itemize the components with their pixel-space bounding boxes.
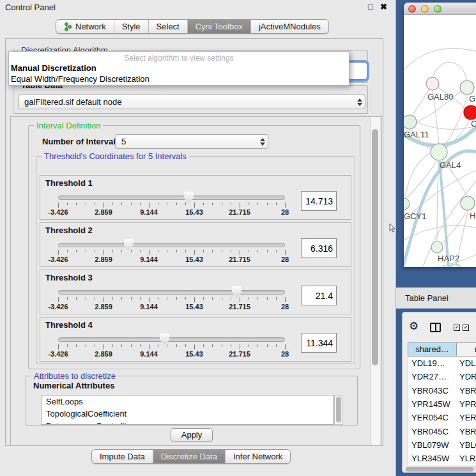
tick-mark xyxy=(76,344,77,347)
split-table-icon[interactable] xyxy=(430,323,441,332)
network-node-red-node[interactable] xyxy=(464,105,476,119)
close-icon[interactable]: ✖ xyxy=(380,2,387,12)
table-row[interactable]: YBR043CYBR0 xyxy=(408,384,476,397)
cell-name[interactable]: YLR3 xyxy=(457,454,476,463)
tick-mark xyxy=(267,297,268,300)
vertical-scrollbar-thumb[interactable] xyxy=(372,129,378,365)
threshold-2-slider-thumb[interactable] xyxy=(124,239,134,250)
column-header-shared-name[interactable]: shared… xyxy=(408,343,457,356)
network-node-G[interactable] xyxy=(460,81,474,95)
cell-name[interactable]: YPR1 xyxy=(457,399,476,409)
tab-jactivemnodules[interactable]: jActiveMNodules xyxy=(250,20,328,33)
tick-mark xyxy=(112,344,113,347)
network-node-H[interactable] xyxy=(461,196,475,210)
table-row[interactable]: YLR345WYLR3 xyxy=(408,452,476,465)
network-node-GAL80[interactable] xyxy=(426,77,439,90)
cell-shared-name[interactable]: YLR345W xyxy=(408,454,457,463)
cell-name[interactable]: YDL1 xyxy=(457,358,476,368)
table-row[interactable]: YDR27…YDR2 xyxy=(408,370,476,383)
threshold-3-slider-track[interactable] xyxy=(58,290,285,295)
tab-select[interactable]: Select xyxy=(148,20,187,33)
tab-infer-network[interactable]: Infer Network xyxy=(225,450,290,463)
list-item[interactable]: BetweennessCentrality xyxy=(42,420,333,425)
threshold-2-value-field[interactable] xyxy=(301,238,337,258)
cell-shared-name[interactable]: YDL19… xyxy=(408,358,457,368)
network-edge[interactable] xyxy=(417,122,476,129)
cell-shared-name[interactable]: YBR045C xyxy=(408,427,457,436)
list-item[interactable]: TopologicalCoefficient xyxy=(42,408,333,420)
float-window-icon[interactable]: □ xyxy=(368,2,373,12)
horizontal-scrollbar[interactable] xyxy=(405,466,476,472)
slider-ticks xyxy=(58,344,285,350)
table-row[interactable]: YBR045CYBR0 xyxy=(408,424,476,438)
network-edge[interactable] xyxy=(433,62,467,81)
network-node-HAP2[interactable] xyxy=(431,242,443,253)
cell-name[interactable]: YER0 xyxy=(457,413,476,422)
tab-impute-data[interactable]: Impute Data xyxy=(92,450,153,463)
tab-style[interactable]: Style xyxy=(114,20,148,33)
threshold-1-slider-track[interactable] xyxy=(58,196,285,200)
tab-discretize-data[interactable]: Discretize Data xyxy=(153,450,225,463)
tick-mark xyxy=(86,203,86,205)
attributes-list-scrollbar-thumb[interactable] xyxy=(336,397,341,422)
cell-name[interactable]: YBR0 xyxy=(457,427,476,436)
tick-mark xyxy=(140,250,141,252)
checkbox-icon[interactable]: ✓ xyxy=(454,325,460,331)
attributes-list-scrollbar[interactable] xyxy=(334,395,343,425)
network-edge[interactable] xyxy=(404,49,476,74)
column-header-name[interactable]: na xyxy=(457,343,476,356)
threshold-2-slider-track[interactable] xyxy=(58,243,285,247)
combo-stepper-icon xyxy=(257,138,268,146)
cell-shared-name[interactable]: YBR043C xyxy=(408,386,457,395)
tick-mark xyxy=(249,250,249,252)
apply-button[interactable]: Apply xyxy=(171,428,213,442)
table-data-combobox[interactable]: galFiltered.sif default node xyxy=(18,95,365,109)
scale-label: -3.426 xyxy=(48,256,68,263)
tick-mark xyxy=(104,250,104,255)
table-row[interactable]: YDL19…YDL1 xyxy=(408,357,476,370)
threshold-1-slider-thumb[interactable] xyxy=(184,192,194,203)
mouse-cursor xyxy=(389,224,397,233)
threshold-3-value-field[interactable] xyxy=(301,286,337,305)
network-node-GAL11[interactable] xyxy=(404,115,417,129)
zoom-light-icon[interactable] xyxy=(434,5,441,13)
table-panel-header: Table Panel xyxy=(396,288,476,309)
tab-cyni-toolbox[interactable]: Cyni Toolbox xyxy=(187,20,250,33)
table-row[interactable]: YPR145WYPR1 xyxy=(408,397,476,411)
checkbox-icon[interactable]: ✓ xyxy=(463,325,469,331)
cell-shared-name[interactable]: YER054C xyxy=(408,413,457,422)
cell-name[interactable]: YBR0 xyxy=(457,386,476,395)
threshold-2-label: Threshold 2 xyxy=(45,226,93,235)
network-window-titlebar[interactable] xyxy=(404,3,476,15)
algorithm-prompt: Select algorithm to view settings xyxy=(9,54,349,63)
option-manual-discretization[interactable]: Manual Discretization xyxy=(9,63,349,73)
cell-name[interactable]: YBL0 xyxy=(457,440,476,450)
threshold-3-slider-thumb[interactable] xyxy=(232,286,242,298)
threshold-4-slider-track[interactable] xyxy=(58,337,285,342)
list-item[interactable]: SelfLoops xyxy=(42,395,333,408)
tick-mark xyxy=(176,203,177,205)
threshold-4-slider-thumb[interactable] xyxy=(160,334,169,345)
cell-shared-name[interactable]: YBL079W xyxy=(408,440,457,450)
horizontal-scrollbar-thumb[interactable] xyxy=(406,467,473,472)
number-of-intervals-combobox[interactable]: 5 xyxy=(115,134,268,149)
table-row[interactable]: YBL079WYBL0 xyxy=(408,438,476,452)
cell-shared-name[interactable]: YDR27… xyxy=(408,372,457,381)
tab-network[interactable]: Network xyxy=(56,20,114,33)
cell-shared-name[interactable]: YPR145W xyxy=(408,399,457,409)
minimize-light-icon[interactable] xyxy=(421,5,429,13)
control-panel: Control Panel □ ✖ Network Style Select C… xyxy=(0,0,396,476)
network-node-GAL4[interactable] xyxy=(431,144,447,160)
threshold-1-value-field[interactable] xyxy=(301,191,337,211)
network-node-GCY1[interactable] xyxy=(404,198,410,210)
close-light-icon[interactable] xyxy=(408,5,416,13)
network-canvas[interactable]: GAL80GCGAL11GAL4GCY1HHAP2 xyxy=(404,15,476,267)
algorithm-dropdown-popup: Select algorithm to view settings Manual… xyxy=(8,51,349,86)
table-row[interactable]: YER054CYER0 xyxy=(408,411,476,424)
network-node-partial-bottom[interactable] xyxy=(449,264,461,267)
threshold-4-value-field[interactable] xyxy=(301,333,337,353)
cell-name[interactable]: YDR2 xyxy=(457,372,476,381)
gear-icon[interactable]: ⚙ xyxy=(409,321,418,332)
option-equal-width-frequency[interactable]: Equal Width/Frequency Discretization xyxy=(9,73,349,84)
tick-mark xyxy=(212,203,213,205)
